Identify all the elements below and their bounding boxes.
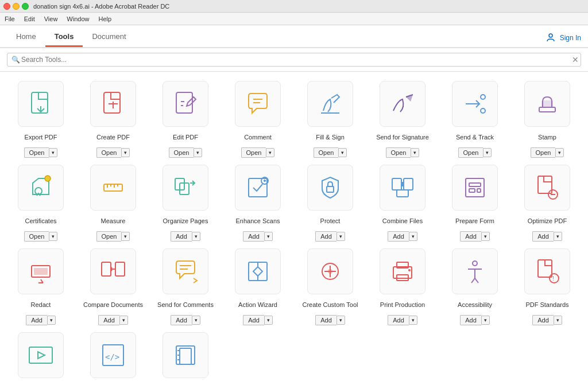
tool-btn-arrow-send-comments[interactable]: ▾ [192, 316, 200, 325]
tool-btn-create-custom[interactable]: Add [315, 315, 336, 325]
tool-btn-send-signature[interactable]: Open [386, 147, 411, 158]
tool-icon-javascript[interactable]: </> [90, 332, 136, 378]
tool-btn-compare-docs[interactable]: Add [98, 315, 119, 325]
tool-btn-arrow-redact[interactable]: ▾ [47, 316, 56, 325]
tool-btn-arrow-prepare-form[interactable]: ▾ [481, 232, 490, 241]
tool-item-prepare-form: Prepare FormAdd▾ [441, 165, 509, 242]
tool-icon-enhance-scans[interactable] [235, 165, 281, 211]
sign-in-area[interactable]: Sign In [546, 33, 581, 47]
close-button[interactable] [3, 3, 10, 10]
tool-icon-create-custom[interactable] [307, 248, 353, 294]
tool-icon-combine-files[interactable] [380, 165, 425, 211]
tool-btn-arrow-export-pdf[interactable]: ▾ [49, 148, 57, 157]
tool-icon-edit-pdf[interactable] [163, 81, 208, 127]
tool-name-print-production: Print Production [380, 297, 425, 313]
menu-view[interactable]: View [44, 15, 58, 22]
tool-btn-row-print-production: Add▾ [388, 315, 417, 325]
tool-btn-enhance-scans[interactable]: Add [243, 231, 264, 242]
tool-icon-stamp[interactable] [524, 81, 570, 127]
tool-btn-certificates[interactable]: Open [24, 231, 49, 242]
tool-btn-comment[interactable]: Open [241, 147, 266, 158]
tool-btn-send-track[interactable]: Open [458, 147, 483, 158]
tool-icon-redact[interactable] [18, 248, 64, 294]
tool-icon-prepare-form[interactable] [452, 165, 498, 211]
tool-btn-edit-pdf[interactable]: Open [169, 147, 194, 158]
tool-btn-arrow-comment[interactable]: ▾ [266, 148, 274, 157]
tool-btn-action-wizard[interactable]: Add [243, 315, 264, 325]
tool-btn-arrow-send-track[interactable]: ▾ [483, 148, 492, 157]
tool-btn-arrow-create-custom[interactable]: ▾ [336, 316, 345, 325]
tool-btn-arrow-fill-sign[interactable]: ▾ [338, 148, 347, 157]
tool-btn-arrow-stamp[interactable]: ▾ [555, 148, 564, 157]
tool-btn-arrow-create-pdf[interactable]: ▾ [121, 148, 130, 157]
tool-icon-action-wizard[interactable] [235, 248, 281, 294]
tool-btn-fill-sign[interactable]: Open [314, 147, 339, 158]
tool-btn-row-send-track: Open▾ [458, 147, 492, 158]
tool-icon-send-track[interactable] [452, 81, 498, 127]
tool-icon-organize-pages[interactable] [163, 165, 208, 211]
search-input[interactable] [7, 53, 581, 67]
tool-icon-rich-media[interactable] [18, 332, 64, 378]
tool-icon-index[interactable] [163, 332, 208, 378]
tool-btn-create-pdf[interactable]: Open [96, 147, 122, 158]
menu-help[interactable]: Help [98, 15, 111, 22]
tool-btn-redact[interactable]: Add [26, 315, 47, 325]
tool-item-pdf-standards: !PDF StandardsAdd▾ [513, 248, 581, 325]
tool-icon-certificates[interactable] [18, 165, 64, 211]
tool-btn-optimize-pdf[interactable]: Add [532, 231, 554, 242]
tool-icon-accessibility[interactable] [452, 248, 498, 294]
menu-file[interactable]: File [5, 15, 15, 22]
tool-icon-optimize-pdf[interactable] [524, 165, 570, 211]
tool-icon-protect[interactable] [307, 165, 353, 211]
menu-bar: File Edit View Window Help [0, 13, 588, 25]
tool-btn-stamp[interactable]: Open [531, 147, 556, 158]
tool-btn-export-pdf[interactable]: Open [24, 147, 49, 158]
menu-window[interactable]: Window [67, 15, 89, 22]
tool-icon-create-pdf[interactable] [90, 81, 136, 127]
tool-icon-print-production[interactable] [380, 248, 425, 294]
tool-icon-export-pdf[interactable] [18, 81, 64, 127]
tool-btn-arrow-pdf-standards[interactable]: ▾ [554, 316, 562, 325]
tool-btn-organize-pages[interactable]: Add [171, 231, 192, 242]
tool-btn-print-production[interactable]: Add [388, 315, 409, 325]
tool-btn-accessibility[interactable]: Add [460, 315, 481, 325]
tool-btn-arrow-action-wizard[interactable]: ▾ [264, 316, 273, 325]
tool-btn-arrow-compare-docs[interactable]: ▾ [119, 316, 128, 325]
tool-icon-pdf-standards[interactable]: ! [524, 248, 570, 294]
window-controls[interactable] [3, 3, 29, 10]
tool-icon-send-signature[interactable] [380, 81, 425, 127]
tool-btn-arrow-print-production[interactable]: ▾ [409, 316, 417, 325]
maximize-button[interactable] [22, 3, 29, 10]
tab-home[interactable]: Home [7, 28, 45, 47]
tool-btn-arrow-protect[interactable]: ▾ [336, 232, 345, 241]
tool-btn-prepare-form[interactable]: Add [460, 231, 481, 242]
tool-btn-arrow-accessibility[interactable]: ▾ [481, 316, 490, 325]
tool-btn-arrow-edit-pdf[interactable]: ▾ [194, 148, 202, 157]
tool-btn-arrow-certificates[interactable]: ▾ [49, 232, 57, 241]
tool-icon-compare-docs[interactable] [90, 248, 136, 294]
tool-btn-combine-files[interactable]: Add [388, 231, 409, 242]
tool-btn-send-comments[interactable]: Add [171, 315, 192, 325]
tool-item-print-production: Print ProductionAdd▾ [369, 248, 436, 325]
tab-document[interactable]: Document [83, 28, 135, 47]
tool-btn-arrow-send-signature[interactable]: ▾ [411, 148, 419, 157]
tool-btn-arrow-organize-pages[interactable]: ▾ [192, 232, 200, 241]
tool-icon-comment[interactable] [235, 81, 281, 127]
tool-btn-arrow-optimize-pdf[interactable]: ▾ [554, 232, 562, 241]
tool-btn-arrow-measure[interactable]: ▾ [121, 232, 130, 241]
tool-btn-pdf-standards[interactable]: Add [532, 315, 554, 325]
svg-rect-0 [549, 34, 552, 37]
tool-icon-fill-sign[interactable] [307, 81, 353, 127]
tool-icon-send-comments[interactable] [163, 248, 208, 294]
tool-btn-measure[interactable]: Open [96, 231, 122, 242]
tool-icon-measure[interactable] [90, 165, 136, 211]
tool-btn-arrow-combine-files[interactable]: ▾ [409, 232, 417, 241]
tool-btn-row-edit-pdf: Open▾ [169, 147, 203, 158]
minimize-button[interactable] [13, 3, 20, 10]
search-close-icon[interactable]: ✕ [572, 55, 579, 64]
tab-tools[interactable]: Tools [45, 28, 83, 47]
tool-btn-protect[interactable]: Add [315, 231, 336, 242]
tool-name-javascript: JavaScript [98, 380, 127, 385]
menu-edit[interactable]: Edit [24, 15, 35, 22]
tool-btn-arrow-enhance-scans[interactable]: ▾ [264, 232, 273, 241]
